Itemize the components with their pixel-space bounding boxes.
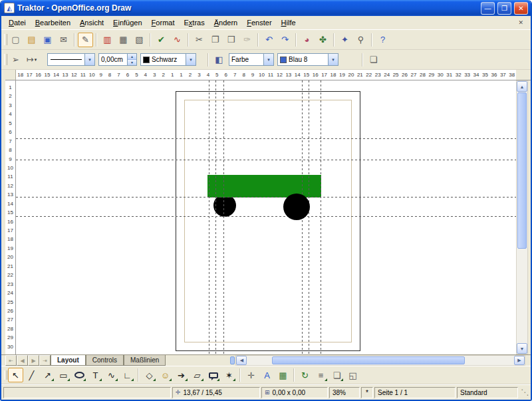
- guide-line-vertical[interactable]: [321, 80, 321, 354]
- guide-line-horizontal[interactable]: [16, 138, 516, 139]
- shadow-toggle-button[interactable]: ❏: [366, 53, 381, 67]
- guide-line-horizontal[interactable]: [16, 160, 516, 160]
- guide-line-vertical[interactable]: [209, 80, 209, 354]
- close-document-button[interactable]: ✕: [513, 19, 528, 26]
- paste-button[interactable]: ❒: [223, 33, 239, 47]
- status-style-cell[interactable]: Standard: [457, 387, 518, 398]
- guide-line-vertical[interactable]: [223, 80, 224, 354]
- spin-up-icon[interactable]: ▴: [128, 54, 136, 59]
- edit-file-button[interactable]: ✎: [78, 33, 93, 47]
- menu-bearbeiten[interactable]: Bearbeiten: [31, 17, 75, 29]
- vertical-scroll-track[interactable]: [517, 92, 527, 343]
- new-document-button[interactable]: ▢: [8, 33, 23, 47]
- previous-page-button[interactable]: ◀: [17, 355, 28, 366]
- zoom-button[interactable]: ⚲: [353, 33, 368, 47]
- ruler-corner[interactable]: [5, 70, 16, 80]
- curve-tool-button[interactable]: ∿: [104, 368, 119, 382]
- spellcheck-button[interactable]: ✔: [154, 33, 169, 47]
- guide-line-horizontal[interactable]: [16, 197, 516, 198]
- line-color-combo[interactable]: Schwarz▾: [140, 53, 196, 66]
- rotate-tool-button[interactable]: ↻: [297, 368, 313, 382]
- alignment-tool-button[interactable]: ≡: [313, 368, 329, 382]
- edit-points-button[interactable]: ➢: [8, 53, 23, 67]
- horizontal-ruler[interactable]: 1817161514131211109876543211234567891011…: [16, 70, 516, 80]
- title-bar[interactable]: ◭ Traktor - OpenOffice.org Draw — ❐ ✕: [1, 0, 531, 16]
- tab-controls[interactable]: Controls: [86, 355, 124, 366]
- maximize-button[interactable]: ❐: [497, 2, 511, 15]
- guide-line-horizontal[interactable]: [16, 216, 516, 217]
- auto-spellcheck-button[interactable]: ∿: [170, 33, 185, 47]
- menu-datei[interactable]: Datei: [4, 17, 31, 29]
- dropdown-arrow-icon[interactable]: ▾: [263, 54, 273, 65]
- format-paintbrush-button[interactable]: ✑: [239, 33, 255, 47]
- fill-type-combo[interactable]: Farbe▾: [229, 53, 274, 66]
- horizontal-scroll-thumb[interactable]: [272, 356, 465, 364]
- vertical-ruler[interactable]: 1234567891011121314151617181920212223242…: [5, 80, 16, 354]
- wheel-right-shape[interactable]: [283, 194, 310, 220]
- select-tool-button[interactable]: ↖: [8, 368, 23, 382]
- dropdown-arrow-icon[interactable]: ▾: [328, 54, 338, 65]
- fill-style-button[interactable]: ◧: [211, 53, 227, 67]
- save-button[interactable]: ▣: [40, 33, 55, 47]
- arrow-style-button[interactable]: ↦▾: [24, 53, 39, 67]
- dropdown-arrow-icon[interactable]: ▾: [186, 54, 196, 65]
- gallery-button[interactable]: ✤: [315, 33, 331, 47]
- rectangle-tool-button[interactable]: ▭: [56, 368, 71, 382]
- horizontal-scroll-track[interactable]: [247, 356, 514, 365]
- horizontal-scrollbar[interactable]: ◀ ▶: [235, 355, 525, 366]
- line-width-field-spinner[interactable]: ▴▾: [127, 54, 136, 65]
- basic-shapes-tool-button[interactable]: ◇: [142, 368, 157, 382]
- block-arrows-tool-button[interactable]: ➔: [174, 368, 189, 382]
- document-as-email-button[interactable]: ✉: [56, 33, 71, 47]
- insert-picture-tool-button[interactable]: ▦: [275, 368, 291, 382]
- guide-line-vertical[interactable]: [215, 80, 216, 354]
- extrusion-tool-button[interactable]: ◱: [345, 368, 360, 382]
- dropdown-arrow-icon[interactable]: ▾: [84, 54, 94, 65]
- minimize-button[interactable]: —: [481, 2, 495, 15]
- cut-button[interactable]: ✂: [192, 33, 207, 47]
- scroll-right-button[interactable]: ▶: [514, 356, 525, 365]
- next-page-button[interactable]: ▶: [28, 355, 39, 366]
- line-tool-button[interactable]: ╱: [24, 368, 39, 382]
- text-tool-button[interactable]: T: [88, 368, 103, 382]
- menu-format[interactable]: Format: [147, 17, 180, 29]
- last-page-button[interactable]: ⇥: [39, 355, 51, 366]
- menu-extras[interactable]: Extras: [179, 17, 209, 29]
- fontwork-tool-button[interactable]: A: [259, 368, 275, 382]
- spin-down-icon[interactable]: ▾: [128, 59, 136, 65]
- wheel-left-shape[interactable]: [213, 194, 236, 217]
- open-file-button[interactable]: ▤: [24, 33, 39, 47]
- ellipse-tool-button[interactable]: [72, 368, 87, 382]
- tab-layout[interactable]: Layout: [51, 355, 86, 366]
- guide-line-vertical[interactable]: [309, 80, 309, 354]
- scroll-up-button[interactable]: ▲: [517, 81, 527, 92]
- vertical-scroll-thumb[interactable]: [517, 92, 527, 249]
- undo-button[interactable]: ↶: [261, 33, 277, 47]
- first-page-button[interactable]: ⇤: [5, 355, 17, 366]
- status-zoom-cell[interactable]: 38%: [329, 387, 360, 398]
- help-button[interactable]: ?: [375, 33, 390, 47]
- redo-button[interactable]: ↷: [277, 33, 293, 47]
- glue-points-tool-button[interactable]: ✛: [243, 368, 259, 382]
- insert-chart-button[interactable]: ◕: [299, 33, 315, 47]
- resize-grip[interactable]: ⋱: [519, 389, 529, 396]
- connector-tool-button[interactable]: ∟: [120, 368, 135, 382]
- symbol-shapes-tool-button[interactable]: ☺: [158, 368, 173, 382]
- menu-fenster[interactable]: Fenster: [242, 17, 276, 29]
- stars-tool-button[interactable]: ✶: [221, 368, 237, 382]
- callouts-tool-button[interactable]: [205, 368, 221, 382]
- print-button[interactable]: ▦: [116, 33, 131, 47]
- menu-aendern[interactable]: Ändern: [209, 17, 243, 29]
- vertical-scrollbar[interactable]: ▲ ▼: [516, 80, 528, 354]
- lines-arrows-tool-button[interactable]: ↗: [40, 368, 55, 382]
- menu-hilfe[interactable]: Hilfe: [277, 17, 301, 29]
- trailer-body-shape[interactable]: [207, 175, 321, 198]
- copy-button[interactable]: ❐: [207, 33, 223, 47]
- drawing-canvas[interactable]: [16, 80, 516, 354]
- scroll-left-button[interactable]: ◀: [236, 356, 247, 365]
- scrollbar-splitter[interactable]: [230, 356, 235, 364]
- arrange-tool-button[interactable]: ❏: [329, 368, 344, 382]
- menu-ansicht[interactable]: Ansicht: [75, 17, 108, 29]
- line-width-field[interactable]: 0,00cm▴▾: [98, 53, 137, 66]
- navigator-button[interactable]: ✦: [337, 33, 352, 47]
